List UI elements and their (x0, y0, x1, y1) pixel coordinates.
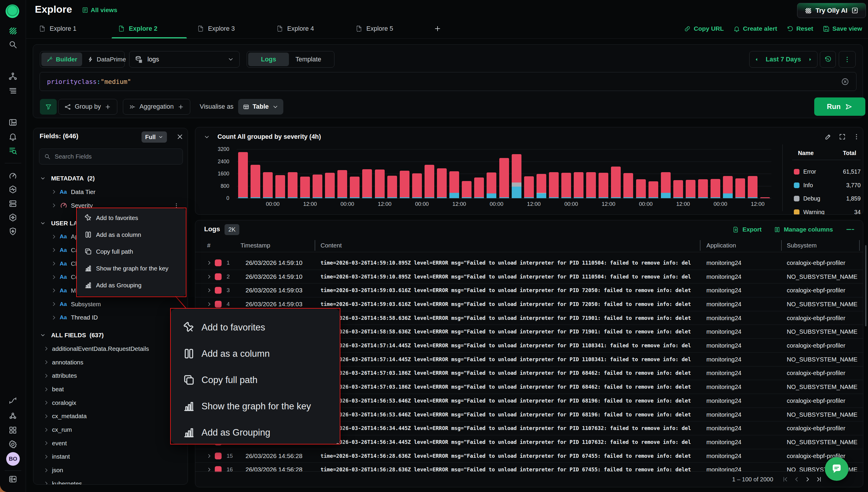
rail-item-gem-hexagon[interactable] (8, 212, 18, 222)
rail-item-pulse-hexagon[interactable] (8, 184, 18, 194)
field-item-attributes[interactable]: attributes (33, 369, 188, 383)
collapse-sidebar-icon[interactable] (8, 474, 18, 484)
column-divider[interactable] (781, 240, 782, 251)
menu-item-copy-full-path[interactable]: Copy full path (171, 367, 340, 393)
log-row[interactable]: 126/03/2026 14:59:10time=2026-03-26T14:5… (195, 256, 863, 270)
fields-section-all-fields[interactable]: ALL FIELDS(637) (33, 328, 188, 342)
column-header-num[interactable]: # (207, 242, 210, 249)
rail-item-pipe-flow[interactable] (8, 395, 18, 405)
menu-item-copy-full-path[interactable]: Copy full path (77, 243, 186, 260)
log-row[interactable]: 326/03/2026 14:59:03time=2026-03-26T14:5… (195, 284, 863, 297)
query-input[interactable]: priorityclass:"medium" (40, 72, 857, 91)
expand-row-icon[interactable] (207, 301, 212, 307)
edit-chart-icon[interactable] (825, 133, 831, 140)
field-item-json[interactable]: json (33, 463, 188, 477)
fields-section-metadata[interactable]: METADATA(2) (33, 172, 188, 185)
column-header-content[interactable]: Content (320, 242, 342, 249)
field-item-coralogix[interactable]: coralogix (33, 396, 188, 410)
add-tab-button[interactable] (428, 19, 447, 39)
field-item-data-tier[interactable]: AaData Tier (33, 185, 188, 199)
menu-item-add-as-grouping[interactable]: Add as Grouping (77, 277, 186, 294)
next-page-icon[interactable] (804, 476, 811, 483)
dataprime-tab[interactable]: DataPrime (82, 53, 131, 66)
expand-row-icon[interactable] (207, 274, 212, 279)
rail-item-server-stack[interactable] (8, 198, 18, 208)
column-divider[interactable] (315, 240, 315, 251)
field-item-annotations[interactable]: annotations (33, 355, 188, 369)
field-item-kubernetes[interactable]: kubernetes (33, 477, 188, 485)
copy-url-button[interactable]: Copy URL (684, 25, 724, 32)
rail-item-list-search[interactable] (8, 145, 18, 155)
last-page-icon[interactable] (815, 476, 822, 483)
menu-item-add-as-a-column[interactable]: Add as a column (171, 341, 340, 367)
expand-row-icon[interactable] (207, 260, 212, 266)
log-row[interactable]: 226/03/2026 14:59:10time=2026-03-26T14:5… (195, 270, 863, 284)
expand-chart-icon[interactable] (839, 133, 846, 140)
menu-item-add-as-a-column[interactable]: Add as a column (77, 226, 186, 243)
all-views-link[interactable]: All views (82, 6, 117, 14)
expand-row-icon[interactable] (207, 288, 212, 293)
field-item-subsystem[interactable]: AaSubsystem (33, 297, 188, 311)
builder-tab[interactable]: Builder (41, 53, 82, 66)
prev-page-icon[interactable] (793, 476, 800, 483)
legend-row-error[interactable]: Error61,517 (792, 165, 861, 179)
rail-item-shield-sparkle[interactable] (8, 226, 18, 236)
column-divider[interactable] (700, 240, 700, 251)
filters-button[interactable] (40, 99, 57, 115)
aggregation-button[interactable]: Aggregation (123, 99, 190, 115)
window-scrollbar-thumb[interactable] (865, 245, 867, 326)
close-fields-panel-icon[interactable] (176, 133, 184, 141)
reset-button[interactable]: Reset (787, 25, 813, 32)
manage-columns-button[interactable]: Manage columns (774, 220, 833, 239)
rail-item-search[interactable] (8, 39, 18, 49)
rail-item-gear[interactable] (8, 439, 18, 449)
run-button[interactable]: Run (814, 97, 865, 116)
rail-item-coralogix-logo[interactable] (8, 25, 18, 35)
tab-explore-2[interactable]: Explore 2 (110, 19, 185, 39)
legend-row-debug[interactable]: Debug1,859 (792, 192, 861, 205)
brand-logo-dot[interactable] (6, 4, 19, 18)
data-source-select[interactable]: logs (129, 51, 240, 68)
field-item-thread-id[interactable]: AaThread ID (33, 311, 188, 324)
mode-template-tab[interactable]: Template (289, 53, 328, 66)
rail-item-bell[interactable] (8, 131, 18, 142)
save-view-button[interactable]: Save view (823, 25, 862, 32)
column-header-timestamp[interactable]: Timestamp (240, 242, 270, 249)
rail-item-cluster[interactable] (8, 411, 18, 421)
user-avatar[interactable]: BO (6, 452, 20, 466)
rail-item-gauge[interactable] (8, 171, 18, 181)
rail-item-apps-grid[interactable] (8, 425, 18, 435)
create-alert-button[interactable]: Create alert (733, 25, 777, 32)
fields-scope-select[interactable]: Full (142, 131, 167, 143)
log-row[interactable]: 1526/03/2026 14:56:28time=2026-03-26T14:… (195, 449, 863, 463)
query-history-button[interactable] (820, 51, 836, 68)
tab-explore-1[interactable]: Explore 1 (31, 19, 106, 39)
tab-explore-3[interactable]: Explore 3 (189, 19, 264, 39)
chat-launcher-button[interactable] (825, 457, 848, 481)
mode-logs-tab[interactable]: Logs (248, 53, 289, 66)
column-header-application[interactable]: Application (706, 242, 736, 249)
field-menu-icon[interactable] (173, 203, 179, 208)
try-olly-ai-button[interactable]: Try Olly AI (797, 3, 866, 18)
field-item-additionaleventdata-requestdetails[interactable]: additionalEventData.RequestDetails (33, 342, 188, 355)
tab-explore-4[interactable]: Explore 4 (269, 19, 344, 39)
row-density-icon[interactable] (845, 220, 855, 239)
visualise-as-select[interactable]: Table (238, 99, 283, 115)
column-divider[interactable] (859, 240, 860, 251)
time-range-picker[interactable]: Last 7 Days (749, 51, 818, 68)
field-item-cx-rum[interactable]: cx_rum (33, 423, 188, 437)
menu-item-add-to-favorites[interactable]: Add to favorites (171, 314, 340, 341)
menu-item-show-the-graph-for-the-key[interactable]: Show the graph for the key (171, 393, 340, 419)
field-item-cx-metadata[interactable]: cx_metadata (33, 410, 188, 423)
expand-row-icon[interactable] (207, 453, 212, 459)
query-menu-button[interactable] (839, 51, 855, 68)
field-item-instant[interactable]: instant (33, 450, 188, 464)
legend-row-info[interactable]: Info3,770 (792, 179, 861, 192)
rail-item-list-lines[interactable] (8, 85, 18, 96)
group-by-button[interactable]: Group by (58, 99, 117, 115)
menu-item-show-the-graph-for-the-key[interactable]: Show the graph for the key (77, 260, 186, 277)
chart-menu-icon[interactable] (853, 133, 860, 140)
field-item-event[interactable]: event (33, 437, 188, 450)
first-page-icon[interactable] (782, 476, 789, 483)
fields-search-input[interactable]: Search Fields (39, 149, 183, 165)
